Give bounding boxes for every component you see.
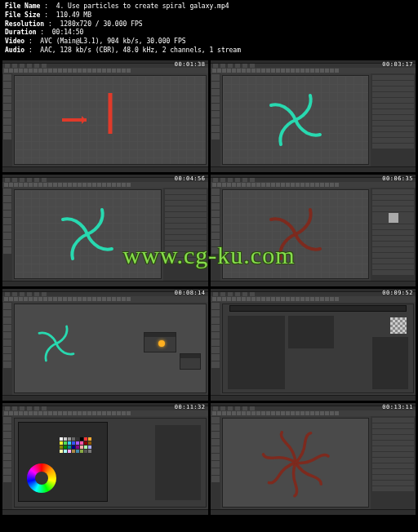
meta-value: 4. Use particles to create spiral galaxy… [56, 2, 229, 10]
meta-label: Video [5, 38, 24, 45]
meta-value: 110.49 MB [56, 11, 91, 19]
video-thumbnail[interactable]: 00:08:14 [2, 289, 208, 401]
video-thumbnail[interactable]: 00:01:38 [2, 60, 208, 172]
video-thumbnail[interactable]: 00:03:17 [211, 60, 416, 172]
timecode: 00:11:32 [175, 404, 206, 410]
meta-label: Duration [5, 29, 37, 36]
meta-label: File Name [5, 2, 40, 10]
meta-label: File Size [5, 11, 40, 19]
timecode: 00:09:52 [382, 290, 413, 296]
timecode: 00:08:14 [175, 290, 206, 296]
timecode: 00:03:17 [382, 61, 413, 68]
video-thumbnail[interactable]: 00:04:56 [2, 175, 208, 286]
timecode: 00:06:35 [382, 175, 413, 182]
video-thumbnail[interactable]: 00:09:52 [211, 289, 416, 401]
meta-value: AVC (Main@L3.1), 904 kb/s, 30.000 FPS [40, 38, 185, 45]
video-thumbnail[interactable]: 00:11:32 [2, 403, 208, 515]
thumbnail-grid: 00:01:38 00:03:17 00:04:56 [0, 58, 418, 517]
meta-label: Audio [5, 47, 24, 54]
file-metadata-block: File Name : 4. Use particles to create s… [0, 0, 418, 58]
video-thumbnail[interactable]: 00:13:11 [211, 403, 416, 515]
timecode: 00:13:11 [382, 404, 413, 410]
meta-label: Resolution [5, 20, 44, 28]
meta-value: 00:14:50 [52, 29, 84, 36]
meta-value: 1280x720 / 30.000 FPS [60, 20, 142, 28]
timecode: 00:04:56 [175, 175, 206, 182]
video-thumbnail[interactable]: 00:06:35 [211, 175, 416, 286]
timecode: 00:01:38 [175, 61, 206, 68]
meta-value: AAC, 128 kb/s (CBR), 48.0 kHz, 2 channel… [40, 47, 241, 54]
